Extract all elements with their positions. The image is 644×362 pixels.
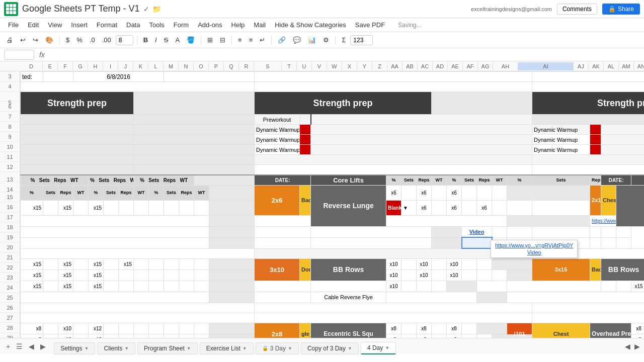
col-y[interactable]: Y (357, 62, 372, 70)
col-ab[interactable]: AB (403, 62, 418, 70)
f14[interactable]: x15 (58, 200, 73, 215)
menu-tools[interactable]: Tools (145, 20, 168, 30)
filter-button[interactable]: ⚙ (320, 35, 332, 45)
percent-button[interactable]: % (74, 35, 85, 45)
col-z[interactable]: Z (372, 62, 387, 70)
prev-sheet-button[interactable]: ◀ (27, 341, 36, 351)
col-g[interactable]: G (73, 62, 88, 70)
z13[interactable] (477, 185, 492, 200)
undo-button[interactable]: ↩ (18, 35, 28, 45)
ai15-hyperlink[interactable]: https://www.yo...v=gRVjAtPip0Y (590, 215, 616, 226)
share-button[interactable]: 🔒 Share (602, 4, 640, 15)
col-d[interactable]: D (20, 62, 43, 70)
decimal-inc-button[interactable]: .00 (100, 35, 114, 45)
col-k[interactable]: K (133, 62, 148, 70)
x13[interactable]: x6 (447, 185, 462, 200)
t13[interactable]: x6 (386, 185, 401, 200)
link-button[interactable]: 🔗 (275, 35, 288, 45)
tooltip-url[interactable]: https://www.yo...v=gRVjAtPip0Y (495, 242, 573, 248)
am25[interactable]: x8 (631, 323, 644, 334)
h19[interactable]: x15 (89, 258, 104, 269)
zoom-input[interactable] (350, 35, 373, 45)
bold-button[interactable]: B (141, 35, 150, 45)
wrap-button[interactable]: ↵ (257, 35, 268, 45)
redo-button[interactable]: ↪ (30, 35, 41, 45)
col-aj[interactable]: AJ (574, 62, 589, 70)
menu-insert[interactable]: Insert (67, 20, 92, 30)
v19[interactable]: x10 (417, 258, 432, 269)
aa13[interactable] (492, 185, 507, 200)
w13[interactable] (432, 185, 447, 200)
tab-4day[interactable]: 4 Day ▼ (361, 342, 396, 354)
col-am[interactable]: AM (619, 62, 634, 70)
function-button[interactable]: Σ (339, 35, 348, 45)
v25[interactable]: x8 (417, 323, 432, 334)
align-center-button[interactable]: ≡ (247, 35, 256, 45)
col-e[interactable]: E (43, 62, 58, 70)
h25[interactable]: x12 (89, 323, 104, 334)
d25[interactable]: x8 (21, 323, 43, 334)
sheet-menu-button[interactable]: ☰ (14, 341, 25, 351)
col-q[interactable]: Q (224, 62, 239, 70)
folder-icon[interactable]: 📁 (152, 5, 161, 13)
cell-d3[interactable]: ted: (21, 72, 43, 82)
col-an[interactable]: AN (634, 62, 644, 70)
decimal-dec-button[interactable]: .0 (87, 35, 98, 45)
col-j[interactable]: J (118, 62, 133, 70)
menu-view[interactable]: View (44, 20, 66, 30)
x19[interactable]: x10 (447, 258, 462, 269)
add-sheet-button[interactable]: + (4, 341, 12, 351)
italic-button[interactable]: I (152, 35, 159, 45)
col-m[interactable]: M (164, 62, 179, 70)
col-l[interactable]: L (148, 62, 164, 70)
col-p[interactable]: P (209, 62, 224, 70)
align-left-button[interactable]: ≡ (235, 35, 245, 45)
col-ae[interactable]: AE (448, 62, 463, 70)
h26[interactable]: x12 (89, 334, 104, 338)
d26[interactable]: x8 (21, 334, 43, 338)
v26[interactable]: x8 (417, 334, 432, 338)
menu-form[interactable]: Form (170, 20, 193, 30)
col-x[interactable]: X (342, 62, 357, 70)
v14[interactable]: x6 (447, 200, 462, 215)
col-s[interactable]: S (254, 62, 282, 70)
t26[interactable]: x8 (386, 334, 401, 338)
fill-color-button[interactable]: 🪣 (184, 35, 197, 45)
f19[interactable]: x15 (58, 258, 73, 269)
tab-program-sheet[interactable]: Program Sheet ▼ (137, 342, 198, 354)
d20[interactable]: x15 (21, 269, 43, 281)
menu-format[interactable]: Format (93, 20, 121, 30)
am26[interactable]: x8 (631, 334, 644, 338)
menu-data[interactable]: Data (122, 20, 144, 30)
merge-button[interactable]: ⊟ (217, 35, 228, 45)
col-t[interactable]: T (282, 62, 297, 70)
f21[interactable]: x15 (58, 281, 73, 292)
borders-button[interactable]: ⊞ (205, 35, 215, 45)
menu-edit[interactable]: Edit (24, 20, 43, 30)
currency-button[interactable]: $ (63, 35, 72, 45)
tab-exercise-list[interactable]: Exercise List ▼ (200, 342, 254, 354)
col-aa[interactable]: AA (387, 62, 403, 70)
tab-settings[interactable]: Settings ▼ (54, 342, 95, 354)
col-f[interactable]: F (58, 62, 73, 70)
menu-mail[interactable]: Mail (250, 20, 270, 30)
next-sheet-button[interactable]: ▶ (38, 341, 48, 351)
h14[interactable]: x15 (89, 200, 104, 215)
scroll-left-button[interactable]: ◀ (625, 342, 630, 350)
ai17-selected[interactable] (462, 237, 492, 248)
cell-g3[interactable]: 6/8/2016 (73, 72, 164, 82)
print-button[interactable]: 🖨 (4, 35, 16, 45)
col-ag[interactable]: AG (478, 62, 493, 70)
h21[interactable]: x15 (89, 281, 104, 292)
y13[interactable] (462, 185, 477, 200)
ai16-video[interactable]: Video (462, 226, 492, 237)
t19[interactable]: x10 (386, 258, 401, 269)
tab-clients[interactable]: Clients ▼ (97, 342, 135, 354)
comments-button[interactable]: Comments (557, 4, 597, 15)
f26[interactable]: x10 (58, 334, 73, 338)
tab-3day[interactable]: 🔒 3 Day ▼ (256, 342, 299, 354)
x14[interactable]: x6 (477, 200, 492, 215)
menu-file[interactable]: File (4, 20, 23, 30)
u13[interactable] (401, 185, 417, 200)
tab-copy3day[interactable]: Copy of 3 Day ▼ (301, 342, 359, 354)
